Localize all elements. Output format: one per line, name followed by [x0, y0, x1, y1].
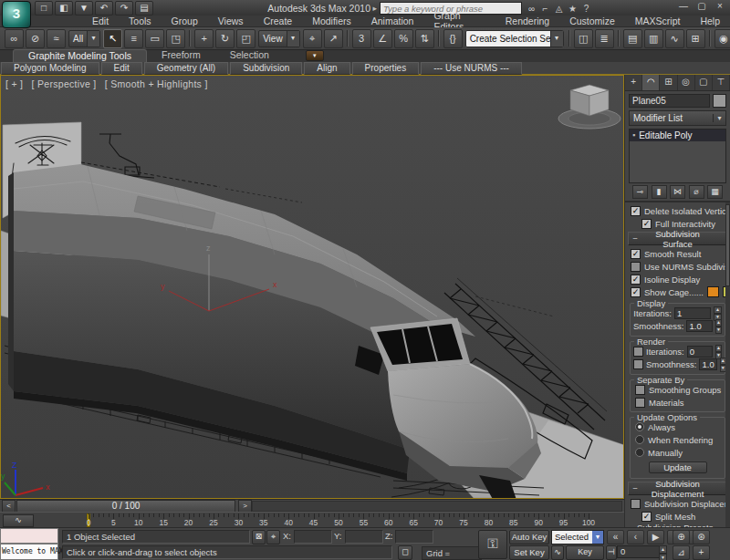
- graphite-modeling-ribbon-toggle[interactable]: ▥: [644, 29, 663, 48]
- update-when-rendering-radio[interactable]: [635, 435, 644, 444]
- open-mini-curve-editor-button[interactable]: ∿: [3, 514, 34, 527]
- select-and-link-button[interactable]: ∞: [5, 29, 24, 48]
- use-nurms-checkbox[interactable]: [631, 262, 641, 272]
- x-coordinate-field[interactable]: [294, 530, 332, 544]
- panel-tab-display[interactable]: ▢: [695, 75, 713, 90]
- subdivision-displacement-rollout-header[interactable]: − Subdivision Displacement: [628, 482, 727, 495]
- menu-tools[interactable]: Tools: [119, 16, 162, 26]
- panel-tab-hierarchy[interactable]: ⊞: [660, 75, 677, 90]
- track-bar[interactable]: ∿ 05101520253035404550556065707580859095…: [0, 512, 624, 528]
- smooth-result-checkbox[interactable]: [631, 249, 641, 259]
- current-frame-field[interactable]: 0: [617, 545, 661, 558]
- show-cage-checkbox[interactable]: [631, 287, 641, 297]
- ribbon-tab-freeform[interactable]: Freeform: [147, 49, 215, 61]
- make-unique-button[interactable]: ⋈: [670, 185, 685, 199]
- help-icon[interactable]: ?: [579, 4, 593, 14]
- menu-rendering[interactable]: Rendering: [495, 16, 559, 26]
- rectangular-selection-region-button[interactable]: ▭: [145, 29, 164, 48]
- material-editor-button[interactable]: ◉: [714, 29, 730, 48]
- minimize-button[interactable]: —: [677, 1, 690, 11]
- manage-layers-button[interactable]: ▤: [623, 29, 642, 48]
- isoline-display-checkbox[interactable]: [631, 275, 641, 285]
- panel-scrollbar[interactable]: [725, 202, 730, 535]
- bind-to-space-warp-button[interactable]: ≈: [47, 29, 66, 48]
- render-iterations-field[interactable]: 0: [687, 346, 713, 358]
- snaps-toggle-3d[interactable]: 3: [352, 29, 371, 48]
- key-filters-button[interactable]: Key Filters...: [566, 545, 604, 560]
- restore-button[interactable]: ▢: [695, 1, 708, 11]
- cage-color-swatch[interactable]: [707, 286, 719, 297]
- auto-key-button[interactable]: Auto Key: [509, 530, 549, 544]
- configure-modifier-sets-button[interactable]: ▦: [707, 185, 723, 199]
- use-pivot-point-center-button[interactable]: ⌖: [303, 29, 322, 48]
- key-filter-set-dropdown[interactable]: Selected ▼: [551, 530, 604, 544]
- field-of-view-button[interactable]: ⊿: [673, 545, 690, 560]
- subdivision-displacement-checkbox[interactable]: [631, 499, 641, 509]
- project-folder-button[interactable]: ▤: [135, 1, 153, 16]
- select-and-scale-button[interactable]: ◰: [236, 29, 256, 48]
- panel-tab-motion[interactable]: ◎: [678, 75, 695, 90]
- selection-filter-dropdown[interactable]: All▾: [68, 30, 100, 47]
- ribbon-minimize-button[interactable]: ▾: [306, 50, 324, 61]
- select-and-manipulate-button[interactable]: ↗: [324, 29, 343, 48]
- display-smoothness-field[interactable]: 1.0: [686, 320, 713, 332]
- undo-button[interactable]: ↶: [95, 1, 113, 16]
- pin-stack-button[interactable]: ⊸: [632, 185, 648, 199]
- absolute-offset-mode-toggle[interactable]: ⌖: [266, 530, 280, 544]
- ribbon-tab-selection[interactable]: Selection: [215, 49, 284, 61]
- key-mode-toggle[interactable]: ⊣: [606, 545, 617, 560]
- menu-group[interactable]: Group: [162, 16, 208, 26]
- percent-snap-toggle[interactable]: %: [394, 29, 413, 48]
- spinner-snap-toggle[interactable]: ⇅: [415, 29, 434, 48]
- default-in-out-tangents-button[interactable]: ∿: [551, 545, 564, 560]
- select-and-move-button[interactable]: +: [194, 29, 214, 48]
- render-iterations-checkbox[interactable]: [633, 347, 643, 357]
- select-and-rotate-button[interactable]: ↻: [215, 29, 235, 48]
- time-slider[interactable]: 0 / 100: [16, 500, 235, 513]
- update-always-radio[interactable]: [635, 422, 644, 431]
- smoothing-groups-checkbox[interactable]: [635, 385, 645, 395]
- display-iterations-field[interactable]: 1: [674, 307, 711, 319]
- isolate-selection-toggle[interactable]: ◻: [398, 545, 412, 560]
- set-key-button[interactable]: Set Key: [509, 545, 549, 560]
- angle-snap-toggle[interactable]: ∠: [373, 29, 392, 48]
- object-color-swatch[interactable]: [713, 94, 726, 108]
- macro-recorder-field[interactable]: [0, 528, 58, 544]
- subtab-edit[interactable]: Edit: [101, 62, 142, 75]
- select-object-button[interactable]: ↖: [103, 29, 122, 48]
- previous-frame-arrow[interactable]: <: [2, 500, 16, 513]
- edit-named-selection-sets-button[interactable]: {}: [443, 29, 463, 48]
- show-end-result-button[interactable]: ▮: [652, 185, 667, 199]
- perspective-viewport[interactable]: [ + ] [ Perspective ] [ Smooth + Highlig…: [0, 75, 624, 499]
- previous-frame-button[interactable]: ‹: [627, 530, 644, 544]
- menu-create[interactable]: Create: [254, 16, 303, 26]
- delete-isolated-vertices-checkbox[interactable]: [631, 206, 641, 216]
- panel-tab-utilities[interactable]: ⊤: [713, 75, 730, 90]
- remove-modifier-button[interactable]: ⌀: [689, 185, 704, 199]
- zoom-button[interactable]: ⊕: [673, 530, 690, 544]
- search-history-arrow-icon[interactable]: ▸: [372, 4, 377, 13]
- align-button[interactable]: ≣: [595, 29, 614, 48]
- render-smoothness-checkbox[interactable]: [633, 359, 643, 369]
- subtab-subdivision[interactable]: Subdivision: [230, 62, 302, 75]
- pan-button[interactable]: +: [693, 545, 710, 560]
- time-slider-track[interactable]: [252, 501, 622, 512]
- favorites-star-icon[interactable]: ★: [566, 4, 579, 14]
- panel-tab-create[interactable]: +: [625, 75, 642, 90]
- materials-checkbox[interactable]: [635, 398, 645, 408]
- menu-edit[interactable]: Edit: [82, 16, 119, 26]
- modifier-list-dropdown[interactable]: Modifier List ▾: [629, 110, 726, 126]
- render-smoothness-field[interactable]: 1.0: [699, 358, 716, 370]
- select-by-name-button[interactable]: ≡: [124, 29, 143, 48]
- play-button[interactable]: ▶: [647, 530, 664, 544]
- set-keys-button[interactable]: ⚿: [478, 530, 507, 559]
- display-smoothness-spinner[interactable]: ▲▼: [715, 319, 722, 334]
- close-button[interactable]: ×: [714, 1, 726, 11]
- subtab-properties[interactable]: Properties: [352, 62, 420, 75]
- search-binoculars-icon[interactable]: ∞: [525, 4, 538, 14]
- panel-tab-modify[interactable]: ◠: [642, 75, 660, 90]
- save-file-button[interactable]: ▼: [75, 1, 93, 16]
- zoom-all-button[interactable]: ⊛: [693, 530, 710, 544]
- subtab-align[interactable]: Align: [304, 62, 349, 75]
- schematic-view-button[interactable]: ⊞: [686, 29, 705, 48]
